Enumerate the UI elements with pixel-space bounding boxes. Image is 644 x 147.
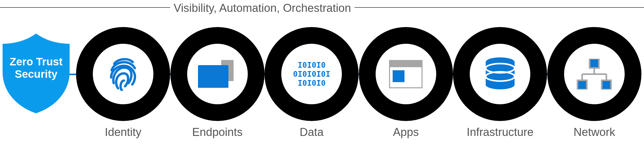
pillar-apps: Apps xyxy=(359,27,453,139)
zero-trust-diagram: Visibility, Automation, Orchestration Ze… xyxy=(0,0,644,147)
pillar-inner: I0I0I0 0I0I0I0I I0I0I0 xyxy=(281,44,342,104)
network-icon xyxy=(575,59,614,90)
pillar-endpoints: Endpoints xyxy=(170,27,265,139)
app-window-icon xyxy=(389,60,423,88)
header-title: Visibility, Automation, Orchestration xyxy=(170,2,354,14)
pillar-infrastructure: Infrastructure xyxy=(453,27,547,139)
pillar-ring xyxy=(76,27,170,121)
devices-icon xyxy=(198,60,237,88)
pillar-label: Infrastructure xyxy=(467,126,533,139)
pillar-ring xyxy=(359,27,453,121)
svg-text:0I0I0I0I: 0I0I0I0I xyxy=(293,70,330,79)
pillar-inner xyxy=(470,44,530,104)
svg-rect-18 xyxy=(602,80,611,90)
shield-label-line2: Security xyxy=(15,68,57,80)
svg-text:I0I0I0: I0I0I0 xyxy=(298,60,326,70)
svg-rect-1 xyxy=(198,65,228,85)
pillars-row: Identity Endpoints I0I0I0 xyxy=(76,27,641,139)
pillar-label: Endpoints xyxy=(192,126,243,139)
pillar-label: Data xyxy=(300,126,324,139)
svg-text:I0I0I0: I0I0I0 xyxy=(298,79,326,88)
svg-rect-17 xyxy=(577,80,587,90)
binary-data-icon: I0I0I0 0I0I0I0I I0I0I0 xyxy=(292,60,331,88)
svg-rect-16 xyxy=(590,59,599,68)
pillar-ring xyxy=(547,27,641,121)
pillar-label: Identity xyxy=(105,126,142,139)
pillar-ring: I0I0I0 0I0I0I0I I0I0I0 xyxy=(265,27,359,121)
pillar-inner xyxy=(93,44,153,104)
shield-label-line1: Zero Trust xyxy=(10,56,62,68)
fingerprint-icon xyxy=(109,57,137,91)
pillar-inner xyxy=(564,44,625,104)
pillar-inner xyxy=(376,44,436,104)
shield-label: Zero Trust Security xyxy=(3,56,70,81)
pillar-label: Apps xyxy=(393,126,419,139)
pillar-identity: Identity xyxy=(76,27,170,139)
header-rule-right xyxy=(354,7,644,8)
svg-rect-7 xyxy=(390,61,422,67)
zero-trust-shield: Zero Trust Security xyxy=(3,33,70,113)
pillar-label: Network xyxy=(574,126,615,139)
header-rule-left xyxy=(0,7,170,8)
pillar-ring xyxy=(170,27,265,121)
svg-rect-2 xyxy=(198,84,228,88)
pillar-network: Network xyxy=(547,27,641,139)
database-icon xyxy=(485,57,516,91)
svg-rect-8 xyxy=(393,70,404,82)
pillar-ring xyxy=(453,27,547,121)
pillar-data: I0I0I0 0I0I0I0I I0I0I0 Data xyxy=(265,27,359,139)
pillar-inner xyxy=(187,44,248,104)
